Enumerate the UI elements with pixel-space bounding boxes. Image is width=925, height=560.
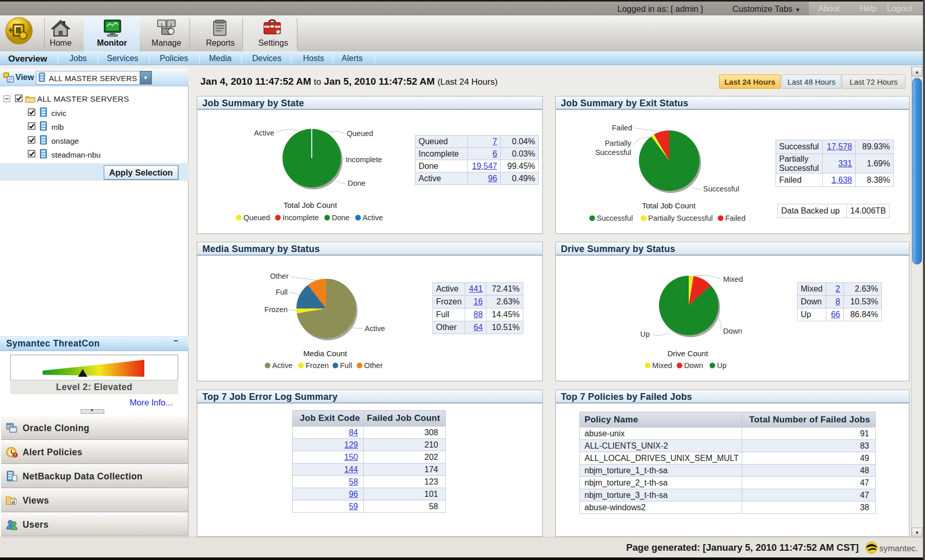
svg-text:Incomplete: Incomplete [346, 156, 382, 164]
svg-text:Frozen: Frozen [265, 305, 288, 314]
svg-text:Active: Active [365, 324, 385, 333]
svg-text:Other: Other [270, 272, 289, 280]
svg-text:Mixed: Mixed [652, 361, 672, 370]
svg-text:Active: Active [363, 214, 383, 222]
svg-text:Queued: Queued [243, 214, 270, 222]
svg-text:Up: Up [717, 361, 727, 370]
svg-text:Done: Done [332, 214, 350, 222]
svg-text:Down: Down [723, 327, 742, 335]
svg-text:Partially: Partially [605, 139, 631, 147]
svg-text:Successful: Successful [595, 148, 631, 157]
svg-text:Successful: Successful [597, 214, 633, 222]
svg-text:Partially Successful: Partially Successful [648, 214, 713, 222]
svg-text:Total Job Count: Total Job Count [642, 201, 696, 210]
svg-text:Failed: Failed [725, 214, 746, 222]
svg-text:Down: Down [684, 361, 703, 370]
svg-text:Failed: Failed [612, 124, 633, 132]
svg-text:Drive Count: Drive Count [667, 349, 708, 358]
svg-text:Active: Active [272, 361, 293, 370]
svg-text:Queued: Queued [347, 129, 373, 138]
svg-text:Done: Done [348, 179, 366, 187]
svg-text:Active: Active [254, 129, 275, 137]
svg-text:Incomplete: Incomplete [282, 214, 319, 222]
svg-text:Other: Other [364, 361, 383, 370]
svg-text:Full: Full [340, 361, 352, 370]
svg-text:Total Job Count: Total Job Count [284, 201, 337, 209]
svg-text:Up: Up [640, 330, 650, 338]
svg-text:Full: Full [276, 288, 288, 296]
svg-text:Successful: Successful [703, 185, 739, 193]
svg-text:Mixed: Mixed [723, 275, 743, 283]
svg-text:Frozen: Frozen [306, 361, 329, 370]
svg-text:Media Count: Media Count [303, 349, 347, 358]
